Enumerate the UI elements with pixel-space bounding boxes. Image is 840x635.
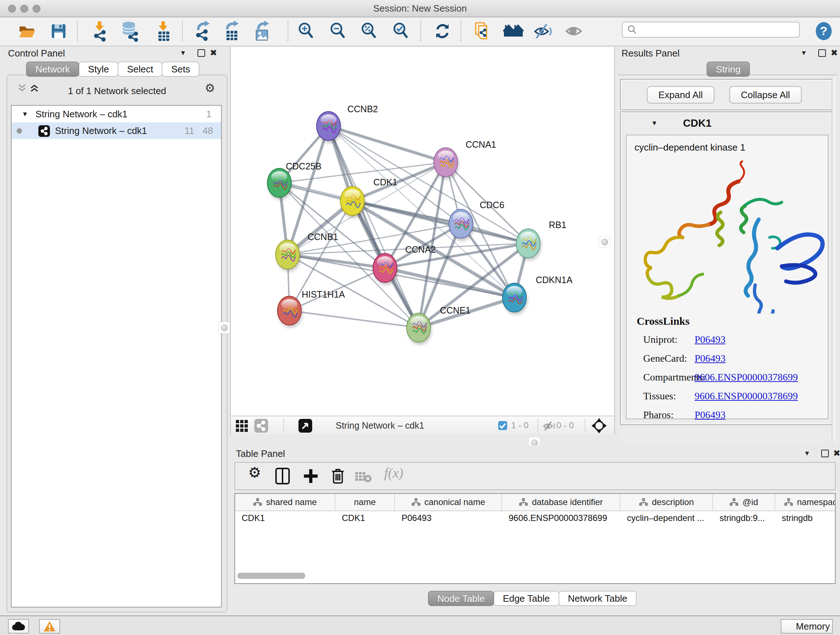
table-cell[interactable]: P06493	[395, 510, 502, 526]
column-header-@id[interactable]: @id	[713, 494, 775, 510]
zoom-in-button[interactable]	[295, 19, 316, 43]
network-node-CCNA1[interactable]: CCNA1	[434, 139, 496, 179]
network-edge[interactable]	[328, 126, 528, 243]
vertical-splitter-handle[interactable]	[218, 322, 230, 333]
tab-select[interactable]: Select	[118, 62, 163, 77]
network-node-CDKN1A[interactable]: CDKN1A	[502, 275, 573, 315]
column-header-shared-name[interactable]: shared name	[235, 494, 335, 510]
table-horizontal-scrollbar[interactable]	[237, 573, 305, 579]
close-panel-icon[interactable]: ✖	[210, 48, 217, 58]
network-edge[interactable]	[289, 310, 418, 328]
table-cell[interactable]: cyclin–dependent ...	[621, 510, 713, 526]
crosslink-link[interactable]: P06493	[695, 409, 726, 421]
table-cell[interactable]: CDK1	[335, 510, 395, 526]
table-cell[interactable]: 9606.ENSP00000378699	[502, 510, 621, 526]
tab-network[interactable]: Network	[26, 62, 79, 77]
import-network-from-database-button[interactable]	[119, 19, 141, 43]
warnings-button[interactable]	[39, 619, 60, 633]
network-collection-row[interactable]: ▼ String Network – cdk1 1	[11, 106, 221, 122]
crosslink-link[interactable]: 9606.ENSP00000378699	[695, 390, 798, 402]
share-network-icon[interactable]	[254, 418, 268, 433]
table-gear-icon[interactable]: ⚙	[248, 464, 261, 481]
tab-string[interactable]: String	[706, 62, 750, 77]
hide-selected-button[interactable]	[532, 19, 554, 43]
crosslink-link[interactable]: P06493	[695, 334, 726, 345]
column-header-description[interactable]: description	[621, 494, 713, 510]
results-scrollbar[interactable]	[832, 77, 836, 442]
network-node-HIST1H1A[interactable]: HIST1H1A	[278, 289, 345, 328]
save-session-button[interactable]	[48, 19, 69, 43]
hidden-eye-icon[interactable]	[543, 421, 556, 432]
open-file-button[interactable]	[16, 19, 37, 43]
main-toolbar: ?	[0, 17, 840, 46]
export-network-button[interactable]	[193, 19, 214, 43]
network-edge[interactable]	[329, 125, 446, 162]
collapse-arrow-icon[interactable]: ▼	[651, 119, 658, 127]
table-row[interactable]: CDK1CDK1P064939606.ENSP00000378699cyclin…	[235, 510, 836, 526]
expand-all-button[interactable]: Expand All	[647, 86, 714, 103]
string-home-button[interactable]	[503, 19, 524, 43]
network-row-selected[interactable]: String Network – cdk1 11 48	[11, 122, 221, 139]
maximize-panel-icon[interactable]	[821, 450, 829, 457]
cloud-button[interactable]	[8, 619, 29, 633]
float-panel-icon[interactable]: ▼	[804, 450, 810, 457]
column-header-canonical-name[interactable]: canonical name	[395, 494, 502, 510]
crosslink-link[interactable]: 9606.ENSP00000378699	[695, 371, 798, 383]
selected-checkbox-icon[interactable]	[498, 421, 508, 431]
network-view[interactable]: CCNB2CCNA1CDC25BCDK1CDC6RB1CCNB1CCNA2CDK…	[230, 47, 615, 434]
maximize-panel-icon[interactable]	[197, 49, 205, 57]
float-panel-icon[interactable]: ▼	[180, 49, 186, 57]
table-cell[interactable]: CDK1	[235, 510, 335, 526]
search-field[interactable]	[622, 22, 800, 38]
zoom-out-button[interactable]	[327, 19, 348, 43]
zoom-fit-button[interactable]	[358, 19, 379, 43]
tab-edge-table[interactable]: Edge Table	[493, 591, 559, 606]
collapse-all-button[interactable]: Collapse All	[729, 86, 802, 103]
table-cell[interactable]: stringdb:9...	[713, 510, 775, 526]
fit-content-crosshair-icon[interactable]	[591, 418, 607, 434]
birdseye-view-icon[interactable]	[298, 418, 313, 433]
delete-table-icon[interactable]	[355, 470, 372, 483]
clone-network-button[interactable]	[471, 19, 492, 43]
refresh-layout-button[interactable]	[432, 19, 453, 43]
memory-button[interactable]: Memory	[781, 619, 833, 633]
search-input[interactable]	[637, 24, 790, 35]
import-network-button[interactable]	[89, 19, 111, 43]
gear-icon[interactable]: ⚙	[205, 81, 215, 95]
float-panel-icon[interactable]: ▼	[801, 49, 807, 57]
collapse-arrow-icon[interactable]: ▼	[22, 106, 28, 122]
toolbar-separator	[420, 21, 421, 41]
column-header-database-identifier[interactable]: database identifier	[502, 494, 621, 510]
tab-sets[interactable]: Sets	[162, 62, 199, 77]
node-label: CDC6	[480, 200, 504, 210]
zoom-selected-icon	[391, 21, 410, 41]
column-header-name[interactable]: name	[335, 494, 395, 510]
vertical-splitter-handle[interactable]	[599, 236, 610, 248]
network-edge[interactable]	[328, 127, 445, 163]
tab-node-table[interactable]: Node Table	[428, 591, 494, 606]
protein-section-header[interactable]: ▼ CDK1	[622, 114, 833, 135]
create-column-icon[interactable]	[302, 467, 319, 485]
help-button[interactable]: ?	[813, 19, 834, 43]
show-all-button[interactable]	[563, 19, 584, 43]
close-panel-icon[interactable]: ✖	[833, 448, 840, 458]
network-canvas[interactable]: CCNB2CCNA1CDC25BCDK1CDC6RB1CCNB1CCNA2CDK…	[231, 47, 614, 415]
table-cell[interactable]: stringdb	[775, 510, 836, 526]
column-header-namespace[interactable]: namespace	[775, 494, 836, 510]
maximize-panel-icon[interactable]	[818, 49, 826, 57]
zoom-selected-button[interactable]	[390, 19, 411, 43]
network-edge[interactable]	[328, 126, 446, 162]
network-edge[interactable]	[353, 163, 446, 202]
function-builder-icon[interactable]: f(x)	[384, 465, 403, 481]
export-table-button[interactable]	[222, 19, 243, 43]
close-panel-icon[interactable]: ✖	[831, 48, 838, 58]
grid-view-icon[interactable]	[235, 418, 249, 432]
show-columns-icon[interactable]	[274, 467, 291, 485]
tab-style[interactable]: Style	[79, 62, 118, 77]
delete-column-icon[interactable]	[330, 467, 346, 485]
import-table-button[interactable]	[153, 19, 174, 43]
export-image-button[interactable]	[252, 19, 273, 43]
network-node-RB1[interactable]: RB1	[516, 220, 567, 260]
tab-network-table[interactable]: Network Table	[559, 591, 637, 606]
crosslink-link[interactable]: P06493	[695, 353, 726, 364]
